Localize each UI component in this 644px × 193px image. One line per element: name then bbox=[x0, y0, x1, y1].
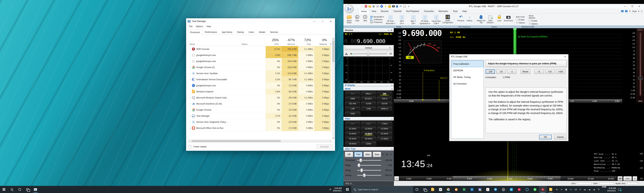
bandwidth-button[interactable]: Bandwidth ▾ bbox=[370, 16, 385, 18]
equalizer-icon[interactable] bbox=[345, 52, 348, 55]
gdrive-sync-tray-icon[interactable]: ☁ bbox=[587, 186, 592, 193]
filter-button[interactable]: 1.5khz bbox=[377, 122, 392, 126]
filter-button[interactable]: « | » bbox=[361, 122, 376, 126]
ribbon-tab[interactable]: Receive bbox=[378, 9, 391, 13]
previous-frequency-button[interactable]: Previous bbox=[456, 14, 465, 25]
marker-label-voice-of[interactable]: Voice of bbox=[440, 77, 447, 79]
ribbon-tab[interactable]: Memories bbox=[436, 9, 450, 13]
mode-button[interactable]: CW-U bbox=[377, 96, 392, 101]
task-manager-titlebar[interactable]: Task Manager — □ ✕ bbox=[186, 18, 335, 24]
mode-button[interactable]: Step ≡ bbox=[361, 91, 376, 96]
row-expander-icon[interactable]: › bbox=[189, 127, 192, 129]
filter-button[interactable]: ±4.0kHz bbox=[345, 132, 360, 136]
settings-gear-icon[interactable]: ⚙ bbox=[640, 10, 642, 12]
row-expander-icon[interactable]: › bbox=[189, 115, 192, 117]
screenshot-button[interactable]: Screenshot bbox=[504, 14, 513, 25]
collapsed-panel-tab[interactable]: RTL D... bbox=[344, 181, 394, 186]
slider-handle[interactable] bbox=[358, 164, 360, 167]
filter-button[interactable]: 12khz bbox=[361, 142, 376, 146]
table-row[interactable]: › Microsoft Office Click-to-Run 0% 17.8 … bbox=[188, 125, 332, 131]
slider-control[interactable] bbox=[357, 169, 381, 172]
toolbar-options-icon[interactable] bbox=[407, 5, 410, 8]
mode-button[interactable]: SAM bbox=[345, 96, 360, 101]
task-manager-tab[interactable]: Users bbox=[246, 29, 256, 35]
ribbon-dropdown-button[interactable]: Bias-TOff ▾ bbox=[408, 14, 419, 24]
keyboard-icon[interactable] bbox=[403, 6, 406, 7]
start-button-sdr[interactable]: Start bbox=[353, 14, 361, 25]
filter-button[interactable]: ±5.0kHz bbox=[377, 132, 392, 136]
ribbon-tab[interactable]: Tools bbox=[450, 9, 460, 13]
scale-scroll-left-button[interactable]: « bbox=[394, 176, 399, 181]
volume-slider[interactable] bbox=[354, 52, 387, 55]
zoom-label[interactable]: Zoom ▾ bbox=[637, 29, 644, 31]
filter-button[interactable]: ±6.0kHz bbox=[361, 137, 376, 141]
lock-icon[interactable] bbox=[388, 6, 391, 8]
alarms-app-icon[interactable]: ◷ bbox=[500, 186, 507, 193]
volume-tray-icon[interactable]: ◁) bbox=[573, 186, 578, 193]
ppm-adjust-button[interactable]: -100 bbox=[486, 69, 495, 74]
hscrollbar-thumb[interactable] bbox=[192, 140, 281, 142]
waterfall-frequency-scale[interactable]: 9.2009.3009.4009.5009.6009.7009.8009.900… bbox=[394, 176, 617, 181]
onedrive-tray-icon[interactable]: ☁ bbox=[582, 186, 587, 193]
ppm-adjust-button[interactable]: +10 bbox=[545, 69, 554, 74]
agc-button[interactable]: Slow bbox=[373, 152, 381, 157]
onedrive-folder-icon[interactable] bbox=[547, 186, 554, 193]
volume-slider-handle[interactable] bbox=[367, 52, 369, 56]
chrome-icon[interactable] bbox=[444, 186, 452, 193]
notification-center-icon[interactable]: 3 bbox=[616, 186, 623, 193]
table-row[interactable]: › Antimalware Service Executable 0.3% 99… bbox=[188, 76, 332, 83]
filter-button[interactable]: ±4.5kHz bbox=[361, 132, 376, 136]
task-manager-tab[interactable]: Startup bbox=[235, 29, 246, 35]
taskbar-task-manager-icon[interactable] bbox=[32, 186, 39, 193]
table-row[interactable]: › Service Host: Diagnostic Policy ... 0%… bbox=[188, 119, 332, 125]
language-indicator[interactable]: POR bbox=[601, 186, 607, 193]
ppm-adjust-button[interactable]: -1 bbox=[507, 69, 516, 74]
dialog-nav-item[interactable]: HF Mode, Tuning bbox=[451, 74, 484, 80]
application-menu-button[interactable] bbox=[344, 5, 354, 13]
table-row[interactable]: Google Chrome 0% 23.0 MB 0 MB/s 0 Mbps bbox=[188, 107, 332, 113]
cortana-icon[interactable] bbox=[413, 186, 421, 193]
gdrive-backup-tray-icon[interactable]: ☁ bbox=[592, 186, 596, 193]
taskbar-search-box[interactable]: Type here to search bbox=[351, 186, 413, 193]
vertical-scrollbar[interactable]: ▲ ▼ bbox=[332, 37, 335, 140]
marker-label-r-republica[interactable]: R Republica bbox=[424, 69, 434, 71]
table-row[interactable]: › Microsoft OneDrive (32 bit) 0% 27.8 MB… bbox=[188, 101, 332, 107]
photos-app-icon[interactable]: ◈ bbox=[476, 186, 484, 193]
lock-button[interactable]: Lock bbox=[495, 14, 504, 25]
task-manager-tab[interactable]: App history bbox=[219, 29, 235, 35]
ribbon-tab[interactable]: View bbox=[369, 9, 378, 13]
ppm-adjust-button[interactable]: +100 bbox=[556, 69, 565, 74]
agc-curve-icon[interactable]: ↗ bbox=[390, 153, 392, 156]
filter-button[interactable]: ±3.0kHz bbox=[361, 127, 376, 131]
scroll-down-icon[interactable]: ▼ bbox=[332, 137, 335, 140]
play-icon[interactable] bbox=[372, 5, 375, 8]
ribbon-tab[interactable]: Home bbox=[358, 9, 369, 13]
slider-control[interactable] bbox=[357, 159, 381, 162]
section-caret-icon[interactable]: ▾ bbox=[392, 84, 392, 86]
remote-app-icon[interactable]: ⇄ bbox=[507, 186, 515, 193]
rx-frequency-display[interactable]: RX 1 * +/- 4500 Hz 0.009.690.000 bbox=[344, 32, 394, 45]
sdr-titlebar[interactable]: RTL Dongle USB - R820T :: SDR Console v3… bbox=[344, 4, 644, 9]
people-tray-icon[interactable]: ᴥ bbox=[554, 186, 559, 193]
panel-close-icon[interactable]: ✕ bbox=[391, 29, 392, 31]
table-row[interactable]: › Google Chrome (5) 0% 153.8 MB 0 MB/s 0… bbox=[188, 64, 332, 70]
calibration-button[interactable]: Calibration bbox=[370, 18, 385, 20]
panel-collapse-icon[interactable]: ▾ bbox=[388, 29, 389, 31]
ribbon-tab[interactable]: Rec/Playback bbox=[404, 9, 422, 13]
filter-button[interactable]: ±2.5kHz bbox=[345, 127, 360, 131]
speaker-icon[interactable]: )) bbox=[349, 53, 352, 55]
sdr-console-taskbar-icon[interactable]: ⌖ bbox=[539, 186, 547, 193]
agc-section[interactable]: AGC: Fast bbox=[345, 148, 356, 150]
row-expander-icon[interactable]: › bbox=[189, 96, 192, 99]
ribbon-dropdown-button[interactable]: RF GainAutomatic ▾ bbox=[385, 14, 396, 24]
excel-icon[interactable]: X bbox=[460, 186, 468, 193]
spin-icon[interactable]: ⇕ bbox=[629, 10, 631, 12]
child-instance-button[interactable]: Child Instance bbox=[486, 14, 495, 25]
column-header-name[interactable]: Name bbox=[190, 43, 239, 45]
monitor-1-icon[interactable] bbox=[621, 10, 624, 12]
ppm-adjust-button[interactable]: +1 bbox=[534, 69, 544, 74]
radio-configuration-button[interactable]: Radio Configuration bbox=[442, 14, 454, 25]
maximize-button[interactable]: □ bbox=[318, 18, 327, 24]
always-on-top-button[interactable]: Always On Top bbox=[476, 14, 486, 25]
automute-enable-checkbox[interactable]: Enable bbox=[516, 18, 528, 21]
